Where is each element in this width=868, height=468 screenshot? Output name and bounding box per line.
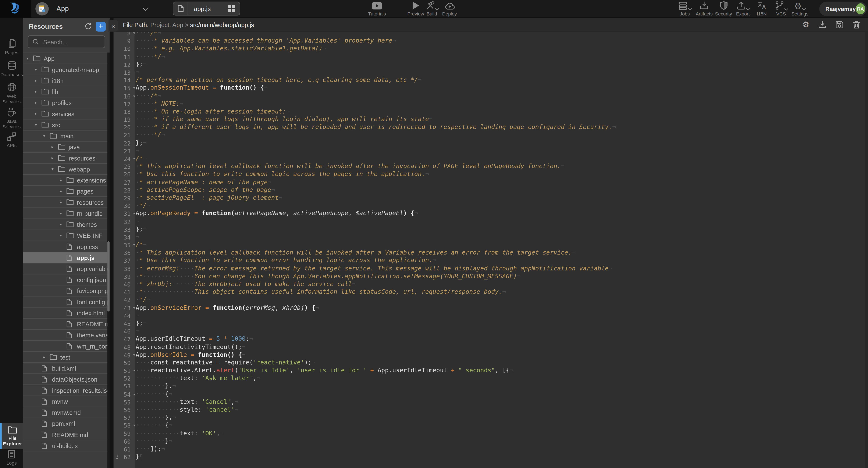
code-line[interactable]: 19·····* if the same user logs in(throug… [114, 115, 865, 124]
code-line[interactable]: 59············text: 'OK',¬ [114, 430, 865, 437]
code-line[interactable]: 57········},¬ [114, 414, 865, 422]
expand-arrow-icon[interactable]: ▸ [43, 355, 50, 360]
code-line[interactable]: 32¬ [114, 218, 865, 226]
tree-row[interactable]: ui-build.js [23, 440, 110, 451]
code-line[interactable]: 12};¬ [114, 61, 865, 69]
fold-arrow-icon[interactable]: ▾ [133, 241, 135, 249]
sidebar-item-web-services[interactable]: Web Services [0, 82, 23, 105]
tree-row[interactable]: README.md [23, 429, 110, 440]
code-line[interactable]: 11·····*/¬ [114, 53, 865, 61]
collapse-panel-button[interactable]: « [108, 20, 118, 32]
code-line[interactable]: i62}¶ [114, 453, 865, 461]
code-line[interactable]: 20·····* if a different user logs in, ap… [114, 124, 865, 131]
expand-arrow-icon[interactable]: ▸ [52, 156, 58, 161]
tree-row[interactable]: ▸i18n [23, 75, 110, 86]
sidebar-item-databases[interactable]: Databases [0, 61, 23, 77]
tree-row[interactable]: wm_rn_config.js [23, 341, 110, 352]
collapse-arrow-icon[interactable]: ▾ [27, 56, 33, 61]
code-line[interactable]: 53········},¬ [114, 382, 865, 390]
code-line[interactable]: 39·*··············You can change this th… [114, 272, 865, 280]
code-line[interactable]: 13¬ [114, 69, 865, 76]
tree-row[interactable]: ▾App [23, 53, 110, 64]
code-line[interactable]: 14/* perform any action on session timeo… [114, 76, 865, 84]
code-line[interactable]: 8▾····/*¬ [114, 32, 865, 37]
code-line[interactable]: 43▾App.onServiceError = function(errorMs… [114, 304, 865, 312]
panel-divider[interactable] [110, 18, 113, 468]
code-line[interactable]: 27·* activePageName : name of the page¬ [114, 178, 865, 186]
tree-row[interactable]: build.xml [23, 363, 110, 374]
grid-icon[interactable] [228, 5, 235, 12]
code-line[interactable]: 45};¬ [114, 320, 865, 328]
code-line[interactable]: 44¬ [114, 312, 865, 320]
expand-arrow-icon[interactable]: ▸ [60, 200, 66, 205]
file-settings-icon[interactable]: ⚙ [802, 21, 809, 29]
tree-row[interactable]: ▸extensions [23, 175, 110, 186]
tree-row[interactable]: ▸themes [23, 219, 110, 230]
code-line[interactable]: 10·····* e.g. App.Variables.staticVariab… [114, 45, 865, 53]
tree-row[interactable]: ▾main [23, 130, 110, 141]
tree-row[interactable]: dataObjects.json [23, 374, 110, 385]
code-line[interactable]: 37·* Use this function to write common e… [114, 257, 865, 265]
fold-arrow-icon[interactable]: ▾ [133, 304, 135, 312]
sidebar-item-file-explorer[interactable]: File Explorer [0, 423, 23, 449]
tree-row[interactable]: ▸lib [23, 87, 110, 97]
code-line[interactable]: 41·*··············This object contains u… [114, 288, 865, 296]
code-line[interactable]: 52············text: 'Ask me later',¬ [114, 375, 865, 382]
code-line[interactable]: 9·····* variables can be accessed throug… [114, 37, 865, 45]
download-file-icon[interactable] [818, 21, 827, 29]
code-line[interactable]: 58▾········{¬ [114, 422, 865, 430]
code-line[interactable]: 33};¬ [114, 226, 865, 233]
code-line[interactable]: 26·* Use this function to write common l… [114, 171, 865, 178]
code-line[interactable]: 23¬ [114, 147, 865, 155]
code-line[interactable]: 30·*/¬ [114, 202, 865, 210]
tree-row[interactable]: favicon.png [23, 286, 110, 297]
tree-row[interactable]: app.css [23, 241, 110, 252]
sidebar-item-apis[interactable]: APIs [0, 132, 23, 148]
fold-arrow-icon[interactable]: ▾ [133, 390, 135, 398]
project-selector[interactable]: App [35, 0, 155, 18]
tree-row[interactable]: pom.xml [23, 418, 110, 429]
sidebar-item-java-services[interactable]: Java Services [0, 107, 23, 130]
tree-row[interactable]: ▸profiles [23, 97, 110, 108]
fold-arrow-icon[interactable]: ▾ [133, 32, 135, 37]
tree-row[interactable]: ▸rn-bundle [23, 208, 110, 219]
tree-row[interactable]: mvnw [23, 396, 110, 407]
sidebar-item-pages[interactable]: Pages [0, 39, 23, 55]
code-line[interactable]: 28·* activePageScope: scope of the page¬ [114, 186, 865, 194]
sidebar-item-logs[interactable]: Logs [0, 450, 23, 466]
editor-scrollbar[interactable] [865, 32, 868, 468]
code-line[interactable]: 47App.userIdleTimeout = 5 * 1000;¬ [114, 335, 865, 343]
tree-row[interactable]: inspection_results.json [23, 385, 110, 396]
tree-row[interactable]: ▸generated-rn-app [23, 64, 110, 75]
expand-arrow-icon[interactable]: ▸ [60, 178, 66, 183]
collapse-arrow-icon[interactable]: ▾ [52, 166, 58, 171]
collapse-arrow-icon[interactable]: ▾ [43, 133, 50, 138]
code-line[interactable]: 15▾App.onSessionTimeout = function() {¬ [114, 84, 865, 92]
code-line[interactable]: 36·* This application level callback fun… [114, 249, 865, 257]
fold-arrow-icon[interactable]: ▾ [133, 84, 135, 92]
add-resource-button[interactable]: + [96, 22, 106, 32]
code-line[interactable]: 54▾········{¬ [114, 390, 865, 398]
save-file-icon[interactable] [835, 21, 844, 29]
code-editor[interactable]: 8▾····/*¬9·····* variables can be access… [114, 32, 868, 468]
search-input[interactable] [42, 38, 105, 46]
code-line[interactable]: 31▾App.onPageReady = function(activePage… [114, 210, 865, 218]
tree-row[interactable]: README.md [23, 319, 110, 330]
fold-arrow-icon[interactable]: ▾ [133, 155, 135, 163]
code-line[interactable]: 16▾····/*¬ [114, 92, 865, 100]
tree-row[interactable]: ▸pages [23, 186, 110, 197]
expand-arrow-icon[interactable]: ▸ [35, 89, 41, 94]
collapse-arrow-icon[interactable]: ▾ [35, 122, 41, 127]
code-line[interactable]: 17·····* NOTE:¬ [114, 100, 865, 108]
code-line[interactable]: 46¬ [114, 328, 865, 335]
tree-row[interactable]: mvnw.cmd [23, 407, 110, 418]
tree-row[interactable]: theme.variables.less [23, 330, 110, 341]
code-line[interactable]: 25·* This application level callback fun… [114, 163, 865, 170]
code-line[interactable]: 60········}¬ [114, 437, 865, 445]
expand-arrow-icon[interactable]: ▸ [60, 211, 66, 216]
wavemaker-logo[interactable] [0, 0, 31, 18]
fold-arrow-icon[interactable]: ▾ [133, 92, 135, 100]
code-line[interactable]: 55············text: 'Cancel',¬ [114, 398, 865, 406]
code-line[interactable]: 50····const reactnative = require('react… [114, 359, 865, 367]
expand-arrow-icon[interactable]: ▸ [60, 222, 66, 227]
